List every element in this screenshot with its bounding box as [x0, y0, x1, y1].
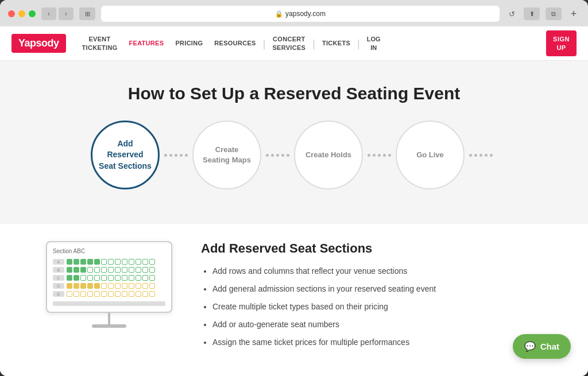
seat	[94, 275, 100, 281]
seats-b	[67, 267, 155, 273]
traffic-lights	[8, 10, 36, 17]
dot	[373, 154, 376, 157]
seat	[115, 275, 121, 281]
nav-concert-services[interactable]: CONCERTSERVICES	[268, 33, 310, 54]
seat	[87, 267, 93, 273]
dot	[276, 154, 279, 157]
step-3-label: Create Holds	[305, 150, 351, 160]
seat	[108, 283, 114, 289]
url-text: yapsody.com	[285, 10, 326, 18]
seat	[101, 291, 107, 297]
dot	[169, 154, 172, 157]
seats-e	[67, 291, 155, 297]
steps-row: Add ReservedSeat Sections CreateSeating …	[11, 121, 577, 189]
new-tab-button[interactable]: +	[567, 7, 580, 20]
step-1[interactable]: Add ReservedSeat Sections	[91, 121, 160, 189]
divider-1: |	[263, 38, 266, 49]
seat	[67, 291, 72, 297]
dot	[164, 154, 167, 157]
seat	[67, 275, 72, 281]
seat	[142, 259, 148, 265]
seat-row-d: D	[53, 283, 165, 289]
address-bar[interactable]: 🔒 yapsody.com	[101, 6, 500, 22]
seat	[129, 259, 134, 265]
step-4[interactable]: Go Live	[396, 121, 465, 189]
seat	[122, 267, 127, 273]
seat	[67, 267, 72, 273]
back-button[interactable]: ‹	[41, 7, 56, 20]
step-1-label: Add ReservedSeat Sections	[98, 138, 152, 172]
nav-tickets[interactable]: TICKETS	[318, 37, 355, 49]
monitor-bottom-bar	[53, 301, 165, 306]
seat	[115, 283, 121, 289]
nav-pricing[interactable]: PRICING	[171, 37, 207, 49]
seat	[80, 275, 86, 281]
tabs-button[interactable]: ⧉	[546, 7, 562, 20]
dot	[388, 154, 391, 157]
dot	[479, 154, 482, 157]
seat	[149, 267, 155, 273]
monitor-section-label: Section ABC	[53, 248, 165, 254]
close-button[interactable]	[8, 10, 15, 17]
divider-3: |	[357, 38, 360, 49]
nav-features[interactable]: FEATURES	[125, 37, 169, 49]
bullet-3: Create multiple ticket types based on th…	[212, 301, 542, 313]
nav-resources[interactable]: RESOURCES	[210, 37, 260, 49]
minimize-button[interactable]	[18, 10, 25, 17]
divider-2: |	[312, 38, 315, 49]
seat	[122, 283, 127, 289]
seat	[74, 267, 79, 273]
seat	[136, 259, 141, 265]
navbar: Yapsody EVENTTICKETING FEATURES PRICING …	[0, 26, 588, 61]
seat	[101, 259, 107, 265]
seat	[149, 259, 155, 265]
nav-event-ticketing[interactable]: EVENTTICKETING	[78, 33, 122, 54]
maximize-button[interactable]	[29, 10, 36, 17]
section-title: Add Reserved Seat Sections	[201, 241, 542, 256]
browser-window: ‹ › ⊞ 🔒 yapsody.com ↺ ⬆ ⧉ + Yapsody EVEN…	[0, 0, 588, 376]
step-2[interactable]: CreateSeating Maps	[192, 121, 261, 189]
chat-button[interactable]: 💬 Chat	[513, 334, 571, 359]
monitor-screen: Section ABC A	[46, 241, 172, 313]
seat	[142, 267, 148, 273]
seat	[122, 275, 127, 281]
seat	[94, 283, 100, 289]
page-content: Yapsody EVENTTICKETING FEATURES PRICING …	[0, 26, 588, 376]
seat	[136, 291, 141, 297]
dot	[180, 154, 183, 157]
dots-1	[164, 154, 188, 157]
nav-login[interactable]: LOGIN	[362, 33, 385, 54]
seat	[94, 259, 100, 265]
seat	[136, 275, 141, 281]
seats-c	[67, 275, 155, 281]
lock-icon: 🔒	[275, 10, 283, 18]
seat	[136, 283, 141, 289]
seat	[149, 275, 155, 281]
step-3[interactable]: Create Holds	[294, 121, 363, 189]
seat	[142, 291, 148, 297]
seat-row-e: E	[53, 291, 165, 297]
seat	[101, 275, 107, 281]
seat	[87, 283, 93, 289]
seat	[149, 291, 155, 297]
seat	[101, 267, 107, 273]
seat	[87, 275, 93, 281]
seat	[108, 275, 114, 281]
row-label-c: C	[53, 275, 64, 281]
seat	[108, 291, 114, 297]
logo[interactable]: Yapsody	[11, 34, 66, 53]
sidebar-toggle-button[interactable]: ⊞	[79, 7, 95, 20]
seat	[115, 259, 121, 265]
reload-button[interactable]: ↺	[505, 7, 518, 20]
seat	[94, 291, 100, 297]
forward-button[interactable]: ›	[59, 7, 74, 20]
share-button[interactable]: ⬆	[524, 7, 540, 20]
row-label-a: A	[53, 259, 64, 265]
seat	[80, 283, 86, 289]
seat	[142, 275, 148, 281]
signup-button[interactable]: SIGNUP	[546, 30, 577, 56]
dot	[281, 154, 284, 157]
seat	[122, 259, 127, 265]
seat	[87, 291, 93, 297]
seat	[74, 275, 79, 281]
